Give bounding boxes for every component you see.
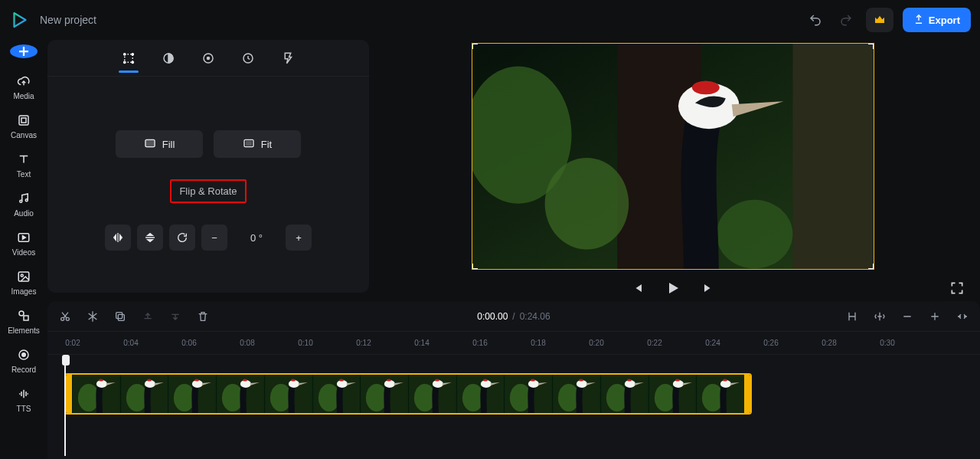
svg-point-18 xyxy=(207,57,210,59)
app-logo[interactable] xyxy=(9,9,31,31)
ruler-tick: 0:16 xyxy=(472,339,488,347)
rotate-increase-button[interactable]: + xyxy=(286,225,312,251)
clip-handle-right[interactable] xyxy=(744,375,750,413)
cloud-upload-icon xyxy=(16,74,31,89)
svg-point-51 xyxy=(243,379,247,381)
redo-button[interactable] xyxy=(835,9,857,31)
copy-button[interactable] xyxy=(112,308,129,325)
properties-body: Fill Fit Flip & Rotate − 0 ° + xyxy=(47,77,369,293)
fullscreen-button[interactable] xyxy=(948,279,966,297)
video-clip[interactable] xyxy=(64,373,752,415)
undo-button[interactable] xyxy=(805,9,826,31)
tab-chroma[interactable] xyxy=(278,44,298,73)
sidebar-item-images[interactable]: Images xyxy=(11,269,37,296)
sidebar-item-media[interactable]: Media xyxy=(13,74,34,100)
sidebar-item-label: Canvas xyxy=(11,131,37,139)
svg-rect-34 xyxy=(118,314,124,320)
rotate-90-button[interactable] xyxy=(169,225,195,251)
svg-point-7 xyxy=(19,311,24,316)
flip-horizontal-button[interactable] xyxy=(105,225,131,251)
ruler-tick: 0:30 xyxy=(879,339,896,347)
timeline-tracks[interactable] xyxy=(47,355,980,459)
crop-handle-bl[interactable] xyxy=(472,264,478,270)
clip-handle-left[interactable] xyxy=(66,375,72,413)
move-up-button[interactable] xyxy=(139,308,156,325)
video-icon xyxy=(16,230,31,245)
svg-point-10 xyxy=(22,353,26,357)
preview-canvas[interactable] xyxy=(472,43,874,270)
sidebar-item-label: Text xyxy=(17,170,31,179)
crop-handle-br[interactable] xyxy=(868,264,874,270)
timeline-ruler[interactable]: 0:02 0:04 0:06 0:08 0:10 0:12 0:14 0:16 … xyxy=(47,332,980,355)
marker-button[interactable] xyxy=(871,308,888,325)
svg-point-14 xyxy=(124,61,126,63)
fit-timeline-button[interactable] xyxy=(954,308,971,325)
prev-frame-button[interactable] xyxy=(629,279,647,297)
fill-button[interactable]: Fill xyxy=(116,130,203,158)
clip-thumb xyxy=(504,375,552,413)
tts-icon xyxy=(16,386,31,402)
clip-thumb xyxy=(120,375,168,413)
svg-point-71 xyxy=(483,379,488,381)
sidebar-item-tts[interactable]: TTS xyxy=(16,386,31,413)
sidebar-item-label: Record xyxy=(11,366,36,374)
svg-point-75 xyxy=(531,379,535,381)
timeline-panel: 0:00.00 / 0:24.06 0:02 0:04 0:06 0:08 0:… xyxy=(47,301,980,459)
current-time: 0:00.00 xyxy=(477,311,508,322)
svg-point-29 xyxy=(717,200,793,269)
tab-transform[interactable] xyxy=(119,44,139,73)
split-button[interactable] xyxy=(57,308,74,325)
rotate-decrease-button[interactable]: − xyxy=(201,225,227,251)
fit-label: Fit xyxy=(261,139,272,150)
export-button[interactable]: Export xyxy=(903,8,971,32)
sidebar-item-label: Audio xyxy=(14,209,34,218)
top-bar: New project Export xyxy=(0,0,980,40)
ruler-tick: 0:14 xyxy=(413,339,430,347)
svg-rect-23 xyxy=(246,141,251,145)
add-button[interactable] xyxy=(10,44,38,58)
move-down-button[interactable] xyxy=(167,308,184,325)
sidebar-item-videos[interactable]: Videos xyxy=(12,230,35,257)
sidebar-item-label: Images xyxy=(11,287,37,296)
sidebar-item-label: Media xyxy=(13,92,34,100)
preview-column xyxy=(380,40,980,301)
snap-button[interactable] xyxy=(844,308,861,325)
fit-button[interactable]: Fit xyxy=(214,130,301,158)
sidebar-item-text[interactable]: Text xyxy=(16,152,31,179)
next-frame-button[interactable] xyxy=(699,279,717,297)
tab-color[interactable] xyxy=(198,44,218,73)
clip-thumb xyxy=(552,375,600,413)
crop-handle-tl[interactable] xyxy=(472,43,478,49)
sidebar-item-canvas[interactable]: Canvas xyxy=(11,113,37,139)
sidebar-item-elements[interactable]: Elements xyxy=(8,308,40,335)
clip-thumb xyxy=(264,375,312,413)
svg-rect-8 xyxy=(24,316,28,320)
flip-rotate-heading: Flip & Rotate xyxy=(170,179,246,203)
ruler-tick: 0:02 xyxy=(64,339,81,347)
svg-point-43 xyxy=(147,379,152,381)
premium-button[interactable] xyxy=(866,8,893,32)
flip-vertical-button[interactable] xyxy=(137,225,163,251)
fill-icon xyxy=(144,137,156,152)
zoom-out-button[interactable] xyxy=(899,308,916,325)
sidebar-item-audio[interactable]: Audio xyxy=(14,191,34,218)
svg-point-6 xyxy=(21,274,23,277)
svg-point-39 xyxy=(99,379,103,381)
sidebar-item-record[interactable]: Record xyxy=(11,347,36,374)
tab-adjust[interactable] xyxy=(158,44,178,73)
tab-speed[interactable] xyxy=(238,44,258,73)
text-icon xyxy=(16,152,31,167)
project-title[interactable]: New project xyxy=(40,14,96,26)
delete-button[interactable] xyxy=(194,308,211,325)
play-button[interactable] xyxy=(664,279,682,297)
crop-handle-tr[interactable] xyxy=(868,43,874,49)
freeze-frame-button[interactable] xyxy=(84,308,101,325)
ruler-tick: 0:22 xyxy=(646,339,663,347)
clip-thumb xyxy=(72,375,120,413)
zoom-in-button[interactable] xyxy=(926,308,943,325)
timeline-toolbar: 0:00.00 / 0:24.06 xyxy=(47,301,980,332)
svg-point-83 xyxy=(627,379,632,381)
ruler-tick: 0:18 xyxy=(530,339,547,347)
audio-icon xyxy=(16,191,31,206)
playhead[interactable] xyxy=(64,356,66,456)
